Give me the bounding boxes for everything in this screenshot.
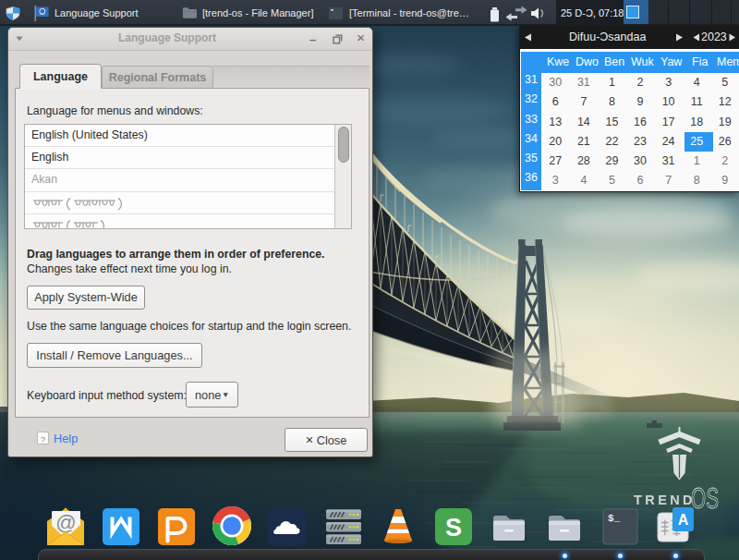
svg-text:A: A: [678, 512, 689, 528]
svg-text:$_: $_: [608, 513, 621, 524]
svg-text:@: @: [55, 511, 76, 534]
svg-text:S: S: [445, 514, 462, 542]
